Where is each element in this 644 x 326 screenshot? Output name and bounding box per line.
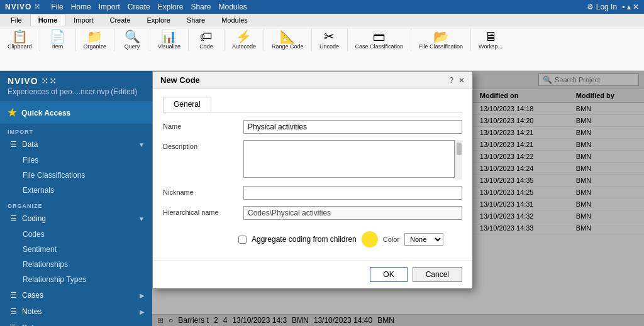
data-icon: ☰ xyxy=(10,140,17,149)
ribbon: File Home Import Create Explore Share Mo… xyxy=(0,14,644,71)
notes-icon: ☰ xyxy=(10,307,17,316)
clipboard-button[interactable]: 📋 Clipboard xyxy=(5,29,35,51)
file-classification-icon: 📂 xyxy=(433,30,449,43)
modal-close-icon[interactable]: ✕ xyxy=(458,76,465,85)
code-button[interactable]: 🏷 Code xyxy=(194,29,219,51)
ribbon-group-workspace: 🖥 Worksp... xyxy=(476,29,510,51)
item-button[interactable]: 📄 Item xyxy=(45,29,70,51)
clipboard-label: Clipboard xyxy=(8,43,32,50)
sidebar-item-coding[interactable]: ☰ Coding ▼ xyxy=(0,210,152,227)
autocode-button[interactable]: ⚡ Autocode xyxy=(230,29,258,51)
app-logo: NVIVO xyxy=(5,3,31,11)
workspace-icon: 🖥 xyxy=(484,30,497,43)
menu-share[interactable]: Share xyxy=(191,3,211,11)
quick-access-label: Quick Access xyxy=(21,109,70,117)
scrollbar-thumb xyxy=(457,143,462,155)
ribbon-content: 📋 Clipboard 📄 Item 📁 Organize 🔍 Query xyxy=(0,26,644,70)
tab-file[interactable]: File xyxy=(3,14,30,26)
menu-bar: NVIVO ⁙ File Home Import Create Explore … xyxy=(0,0,644,14)
description-scrollbar[interactable] xyxy=(455,140,462,180)
content-area: Codes 🔍 Name Files References Created on xyxy=(152,71,644,326)
codes-label: Codes xyxy=(23,230,45,239)
file-classification-label: File Classification xyxy=(419,43,463,50)
ok-button[interactable]: OK xyxy=(370,267,407,282)
files-label: Files xyxy=(23,156,38,165)
nickname-label: Nickname xyxy=(163,186,238,196)
menu-home[interactable]: Home xyxy=(71,3,91,11)
modal-tab-general[interactable]: General xyxy=(163,97,211,112)
organize-icon: 📁 xyxy=(87,30,103,43)
menu-file[interactable]: File xyxy=(51,3,63,11)
item-label: Item xyxy=(52,43,64,50)
tab-home[interactable]: Home xyxy=(30,14,66,26)
code-icon: 🏷 xyxy=(200,30,213,43)
sidebar-item-files[interactable]: Files xyxy=(0,153,152,168)
aggregate-checkbox[interactable] xyxy=(238,236,247,244)
file-classification-button[interactable]: 📂 File Classification xyxy=(416,29,465,51)
range-code-label: Range Code xyxy=(272,43,304,50)
app-logo-symbol: ⁙ xyxy=(34,3,41,11)
nickname-input[interactable] xyxy=(243,186,462,200)
modal-title-icons: ? ✕ xyxy=(449,76,465,85)
sidebar-item-file-classifications[interactable]: File Classifications xyxy=(0,168,152,183)
app-name: NVIVO ⁙ xyxy=(5,3,41,11)
tab-import[interactable]: Import xyxy=(65,14,101,26)
color-select[interactable]: None Red Green Blue Yellow xyxy=(404,233,443,246)
sidebar-item-relationship-types[interactable]: Relationship Types xyxy=(0,272,152,287)
modal-title: New Code xyxy=(160,75,200,85)
ribbon-group-visualize: 📊 Visualize xyxy=(155,29,189,51)
query-button[interactable]: 🔍 Query xyxy=(119,29,145,51)
menu-modules[interactable]: Modules xyxy=(218,3,247,11)
tab-create[interactable]: Create xyxy=(101,14,138,26)
cancel-button[interactable]: Cancel xyxy=(413,267,462,282)
menu-import[interactable]: Import xyxy=(99,3,120,11)
ribbon-group-item: 📄 Item xyxy=(45,29,76,51)
menu-create[interactable]: Create xyxy=(128,3,150,11)
uncode-label: Uncode xyxy=(319,43,339,50)
sidebar-quick-access[interactable]: ★ Quick Access xyxy=(0,102,152,124)
uncode-button[interactable]: ✂ Uncode xyxy=(317,29,342,51)
range-code-button[interactable]: 📐 Range Code xyxy=(269,29,306,51)
tab-explore[interactable]: Explore xyxy=(139,14,179,26)
tab-share[interactable]: Share xyxy=(179,14,213,26)
sidebar: NVIVO ⁙⁙ Experiences of peo....ncer.nvp … xyxy=(0,71,152,326)
organize-button[interactable]: 📁 Organize xyxy=(81,29,109,51)
ribbon-group-organize: 📁 Organize xyxy=(81,29,115,51)
externals-label: Externals xyxy=(23,186,54,195)
sidebar-section-organize: ORGANIZE xyxy=(0,198,152,210)
case-classification-button[interactable]: 🗃 Case Classification xyxy=(353,29,406,51)
modal-body: General Name Description xyxy=(153,89,472,260)
modal-help-icon[interactable]: ? xyxy=(449,76,453,85)
main-layout: NVIVO ⁙⁙ Experiences of peo....ncer.nvp … xyxy=(0,71,644,326)
code-label: Code xyxy=(199,43,213,50)
sidebar-item-sets[interactable]: ☰ Sets ▶ xyxy=(0,320,152,326)
sidebar-item-codes[interactable]: Codes xyxy=(0,227,152,242)
sidebar-item-notes[interactable]: ☰ Notes ▶ xyxy=(0,303,152,320)
data-chevron-icon: ▼ xyxy=(138,141,145,148)
menu-explore[interactable]: Explore xyxy=(158,3,184,11)
query-label: Query xyxy=(125,43,140,50)
ribbon-group-case-classification: 🗃 Case Classification xyxy=(353,29,412,51)
coding-chevron-icon: ▼ xyxy=(138,215,145,222)
description-textarea[interactable] xyxy=(243,140,455,178)
sidebar-item-cases[interactable]: ☰ Cases ▶ xyxy=(0,287,152,303)
form-row-hierarchical-name: Hierarchical name Codes\Physical activit… xyxy=(163,206,462,220)
description-label: Description xyxy=(163,140,238,150)
sidebar-item-relationships[interactable]: Relationships xyxy=(0,257,152,272)
aggregate-label: Aggregate coding from children xyxy=(252,235,357,244)
relationship-types-label: Relationship Types xyxy=(23,275,86,284)
sidebar-item-externals[interactable]: Externals xyxy=(0,183,152,198)
aggregate-color-row: Aggregate coding from children Color Non… xyxy=(238,226,462,253)
ribbon-group-file-classification: 📂 File Classification xyxy=(416,29,471,51)
visualize-button[interactable]: 📊 Visualize xyxy=(155,29,183,51)
ribbon-group-clipboard: 📋 Clipboard xyxy=(5,29,40,51)
name-input[interactable] xyxy=(243,120,462,134)
workspace-button[interactable]: 🖥 Worksp... xyxy=(476,29,505,51)
sidebar-item-data[interactable]: ☰ Data ▼ xyxy=(0,136,152,153)
log-in-link[interactable]: ⚙ Log In xyxy=(587,3,617,11)
sidebar-item-sentiment[interactable]: Sentiment xyxy=(0,242,152,257)
tab-modules[interactable]: Modules xyxy=(213,14,256,26)
window-controls[interactable]: ▪ ▴ ✕ xyxy=(622,3,639,11)
cases-icon: ☰ xyxy=(10,291,17,300)
ribbon-group-autocode: ⚡ Autocode xyxy=(230,29,264,51)
